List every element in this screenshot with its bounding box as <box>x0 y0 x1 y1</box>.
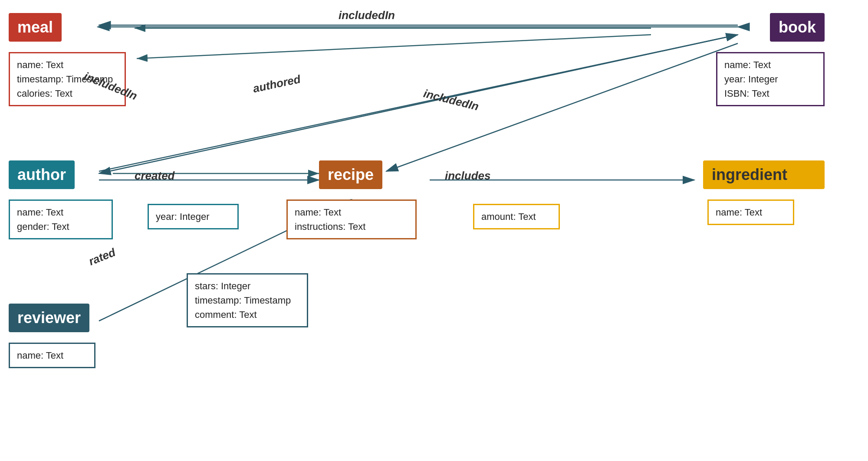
edge-label-includedIn-top: includedIn <box>339 9 395 22</box>
includes-edge-props: amount: Text <box>473 204 560 229</box>
author-node-props: name: Text gender: Text <box>9 199 113 239</box>
meal-node-label[interactable]: meal <box>9 13 62 42</box>
svg-line-10 <box>99 35 738 171</box>
rated-prop-2: timestamp: Timestamp <box>195 293 300 307</box>
book-node-props: name: Text year: Integer ISBN: Text <box>716 52 825 106</box>
edge-label-created: created <box>135 169 175 183</box>
recipe-node-props: name: Text instructions: Text <box>286 199 417 239</box>
includes-prop-1: amount: Text <box>481 209 552 224</box>
rated-prop-1: stars: Integer <box>195 279 300 293</box>
edge-label-authored: authored <box>252 72 302 95</box>
reviewer-prop-1: name: Text <box>17 348 87 363</box>
rated-prop-3: comment: Text <box>195 307 300 322</box>
reviewer-node-label[interactable]: reviewer <box>9 304 89 332</box>
meal-prop-1: name: Text <box>17 58 118 72</box>
book-prop-3: ISBN: Text <box>724 86 816 101</box>
ingredient-prop-1: name: Text <box>716 205 786 219</box>
book-prop-2: year: Integer <box>724 72 816 86</box>
svg-line-3 <box>137 35 651 59</box>
ingredient-node-props: name: Text <box>707 199 794 225</box>
recipe-prop-1: name: Text <box>295 205 408 219</box>
author-prop-2: gender: Text <box>17 219 105 234</box>
diagram-container: meal name: Text timestamp: Timestamp cal… <box>0 0 868 461</box>
ingredient-node-label[interactable]: ingredient <box>703 160 825 189</box>
recipe-prop-2: instructions: Text <box>295 219 408 234</box>
book-prop-1: name: Text <box>724 58 816 72</box>
author-node-label[interactable]: author <box>9 160 75 189</box>
edge-label-includes: includes <box>445 169 490 183</box>
recipe-node-label[interactable]: recipe <box>319 160 382 189</box>
created-edge-props: year: Integer <box>148 204 239 229</box>
author-prop-1: name: Text <box>17 205 105 219</box>
svg-line-11 <box>386 43 738 171</box>
edge-label-rated: rated <box>87 245 118 268</box>
edge-label-includedIn-diag2: includedIn <box>422 87 480 114</box>
created-prop-1: year: Integer <box>156 209 230 224</box>
rated-edge-props: stars: Integer timestamp: Timestamp comm… <box>187 273 308 327</box>
reviewer-node-props: name: Text <box>9 343 95 368</box>
svg-line-9 <box>99 35 738 173</box>
book-node-label[interactable]: book <box>770 13 825 42</box>
